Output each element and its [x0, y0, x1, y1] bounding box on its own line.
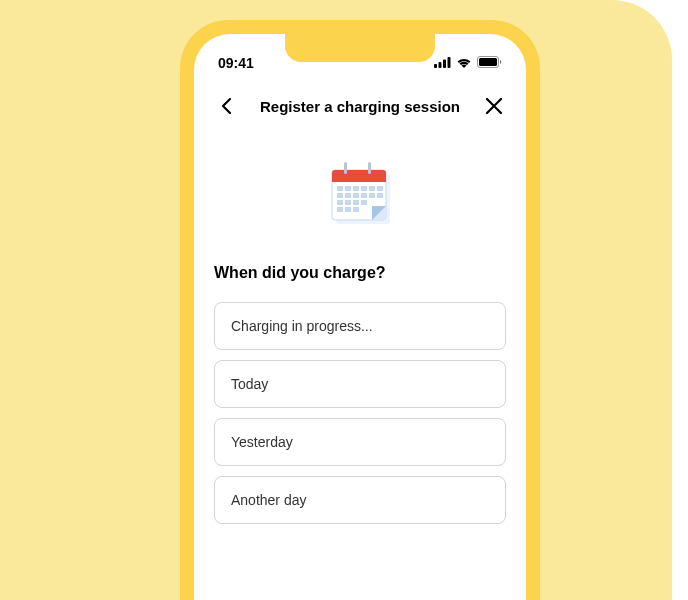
chevron-left-icon [221, 98, 231, 114]
back-button[interactable] [214, 94, 238, 118]
svg-rect-14 [353, 186, 359, 191]
svg-rect-23 [377, 193, 383, 198]
status-icons [434, 54, 502, 72]
svg-rect-22 [369, 193, 375, 198]
svg-rect-10 [344, 162, 347, 174]
svg-rect-1 [439, 62, 442, 68]
svg-rect-17 [377, 186, 383, 191]
svg-rect-21 [361, 193, 367, 198]
signal-icon [434, 54, 451, 72]
close-icon [486, 98, 502, 114]
svg-rect-3 [448, 57, 451, 68]
phone-notch [285, 34, 435, 62]
svg-rect-0 [434, 64, 437, 68]
option-charging-in-progress[interactable]: Charging in progress... [214, 302, 506, 350]
svg-rect-19 [345, 193, 351, 198]
option-yesterday[interactable]: Yesterday [214, 418, 506, 466]
svg-rect-27 [361, 200, 367, 205]
phone-frame: 09:41 [180, 20, 540, 600]
svg-rect-20 [353, 193, 359, 198]
page-title: Register a charging session [260, 98, 460, 115]
svg-rect-18 [337, 193, 343, 198]
svg-rect-2 [443, 60, 446, 69]
battery-icon [477, 54, 502, 72]
page-header: Register a charging session [194, 78, 526, 134]
option-another-day[interactable]: Another day [214, 476, 506, 524]
svg-rect-15 [361, 186, 367, 191]
svg-rect-9 [332, 179, 386, 182]
close-button[interactable] [482, 94, 506, 118]
svg-rect-26 [353, 200, 359, 205]
status-time: 09:41 [218, 55, 254, 71]
svg-rect-28 [337, 207, 343, 212]
svg-rect-29 [345, 207, 351, 212]
options-list: Charging in progress... Today Yesterday … [194, 302, 526, 524]
question-heading: When did you charge? [194, 264, 526, 302]
svg-rect-25 [345, 200, 351, 205]
calendar-icon [320, 154, 400, 234]
calendar-illustration [194, 134, 526, 264]
svg-rect-12 [337, 186, 343, 191]
app-container: 09:41 [0, 0, 688, 600]
option-today[interactable]: Today [214, 360, 506, 408]
svg-rect-11 [368, 162, 371, 174]
svg-rect-13 [345, 186, 351, 191]
svg-rect-16 [369, 186, 375, 191]
svg-rect-24 [337, 200, 343, 205]
phone-screen: 09:41 [194, 34, 526, 600]
svg-rect-30 [353, 207, 359, 212]
svg-rect-5 [479, 58, 497, 66]
wifi-icon [456, 54, 472, 72]
